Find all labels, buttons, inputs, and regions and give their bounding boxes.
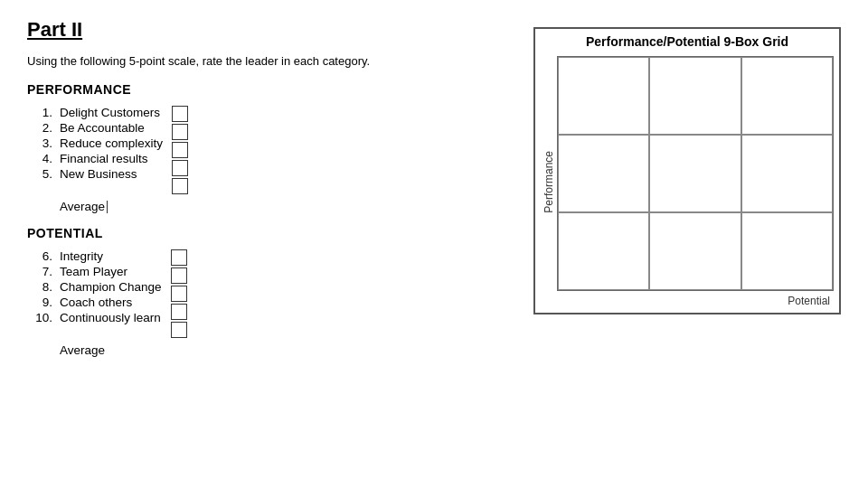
x-axis-label: Potential bbox=[557, 291, 834, 307]
list-item: 9. Coach others bbox=[27, 296, 162, 309]
checkbox-1[interactable] bbox=[172, 106, 188, 122]
item-num: 4. bbox=[27, 152, 52, 165]
list-item: 2. Be Accountable bbox=[27, 121, 163, 135]
nine-box-grid bbox=[557, 56, 834, 291]
checkbox-5[interactable] bbox=[172, 178, 188, 194]
item-text: Financial results bbox=[60, 152, 163, 165]
item-num: 2. bbox=[27, 121, 52, 135]
performance-items-list: 1. Delight Customers 2. Be Accountable 3… bbox=[27, 106, 163, 183]
performance-section-label: PERFORMANCE bbox=[27, 82, 479, 97]
average-line bbox=[107, 201, 108, 213]
checkbox-8[interactable] bbox=[171, 286, 187, 302]
item-num: 9. bbox=[27, 296, 52, 309]
item-text: Reduce complexity bbox=[60, 136, 163, 150]
list-item: 6. Integrity bbox=[27, 249, 162, 263]
potential-checkboxes bbox=[171, 249, 187, 338]
grid-cell-2-1 bbox=[558, 135, 649, 212]
checkbox-3[interactable] bbox=[172, 142, 188, 158]
item-num: 5. bbox=[27, 167, 52, 181]
grid-cell-2-2 bbox=[649, 135, 741, 212]
potential-items-list: 6. Integrity 7. Team Player 8. Champion … bbox=[27, 249, 162, 326]
checkbox-6[interactable] bbox=[171, 249, 187, 266]
y-axis-label: Performance bbox=[541, 147, 557, 217]
list-item: 1. Delight Customers bbox=[27, 106, 163, 119]
right-panel: Performance/Potential 9-Box Grid Perform… bbox=[506, 0, 868, 488]
average-label: Average bbox=[60, 200, 105, 213]
list-item: 4. Financial results bbox=[27, 152, 163, 165]
grid-cell-3-3 bbox=[741, 212, 833, 290]
item-num: 10. bbox=[27, 311, 52, 324]
performance-average-row: Average bbox=[60, 200, 479, 213]
checkbox-10[interactable] bbox=[171, 322, 187, 338]
nine-box-grid-container: Performance/Potential 9-Box Grid Perform… bbox=[533, 27, 841, 314]
performance-list-group: 1. Delight Customers 2. Be Accountable 3… bbox=[27, 106, 479, 194]
instruction-text: Using the following 5-point scale, rate … bbox=[27, 54, 479, 68]
left-panel: Part II Using the following 5-point scal… bbox=[0, 0, 506, 488]
list-item: 8. Champion Change bbox=[27, 280, 162, 294]
list-item: 5. New Business bbox=[27, 167, 163, 181]
item-text: Coach others bbox=[60, 296, 162, 309]
item-num: 8. bbox=[27, 280, 52, 294]
item-num: 3. bbox=[27, 136, 52, 150]
checkbox-9[interactable] bbox=[171, 304, 187, 320]
grid-cell-1-1 bbox=[558, 57, 649, 135]
potential-section-label: POTENTIAL bbox=[27, 226, 479, 240]
item-text: Integrity bbox=[60, 249, 162, 263]
item-num: 7. bbox=[27, 265, 52, 278]
item-text: Champion Change bbox=[60, 280, 162, 294]
list-item: 10. Continuously learn bbox=[27, 311, 162, 324]
item-text: New Business bbox=[60, 167, 163, 181]
item-num: 6. bbox=[27, 249, 52, 263]
grid-cell-3-2 bbox=[649, 212, 741, 290]
potential-average-row: Average bbox=[60, 343, 479, 357]
potential-list-group: 6. Integrity 7. Team Player 8. Champion … bbox=[27, 249, 479, 338]
grid-cell-2-3 bbox=[741, 135, 833, 212]
item-text: Team Player bbox=[60, 265, 162, 278]
checkbox-7[interactable] bbox=[171, 267, 187, 284]
item-text: Continuously learn bbox=[60, 311, 162, 324]
performance-checkboxes bbox=[172, 106, 188, 194]
list-item: 3. Reduce complexity bbox=[27, 136, 163, 150]
item-num: 1. bbox=[27, 106, 52, 119]
grid-cell-3-1 bbox=[558, 212, 649, 290]
checkbox-4[interactable] bbox=[172, 160, 188, 176]
grid-cell-1-2 bbox=[649, 57, 741, 135]
grid-cell-1-3 bbox=[741, 57, 833, 135]
grid-and-xaxis: Potential bbox=[557, 56, 834, 307]
average-label-2: Average bbox=[60, 343, 105, 357]
item-text: Delight Customers bbox=[60, 106, 163, 119]
page-title: Part II bbox=[27, 18, 479, 42]
item-text: Be Accountable bbox=[60, 121, 163, 135]
checkbox-2[interactable] bbox=[172, 124, 188, 140]
grid-title: Performance/Potential 9-Box Grid bbox=[541, 34, 834, 49]
list-item: 7. Team Player bbox=[27, 265, 162, 278]
grid-body: Performance Potential bbox=[541, 56, 834, 307]
